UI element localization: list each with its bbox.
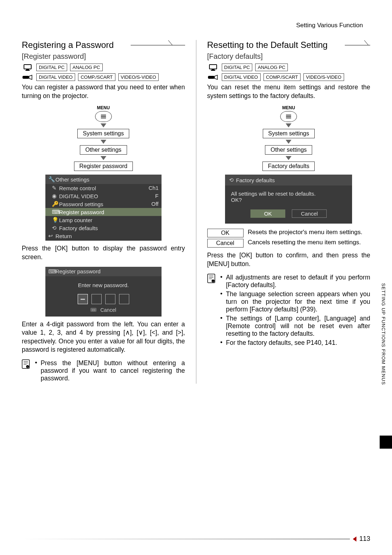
osd-other-settings: 🔧Other settings ✎Remote controlCh1 ◉DIGI…	[45, 175, 162, 241]
password-digit	[78, 294, 88, 304]
svg-rect-1	[26, 69, 29, 70]
arrow-down-icon	[286, 123, 291, 127]
option-cancel-key: Cancel	[207, 239, 244, 248]
osd-header-text: Other settings	[56, 176, 89, 183]
osd-cancel-label: Cancel	[100, 307, 116, 313]
tag-digital-pc: DIGITAL PC	[222, 64, 253, 71]
flow-system-settings: System settings	[263, 129, 315, 138]
tag-digital-video: DIGITAL VIDEO	[36, 73, 75, 81]
flow-other-settings: Other settings	[265, 145, 312, 155]
page-header: Setting Various Function	[22, 22, 370, 29]
svg-rect-13	[208, 76, 215, 79]
arrow-down-icon	[286, 156, 291, 160]
pencil-icon: ✎	[52, 185, 57, 191]
option-ok-desc: Resets the projector's menu item setting…	[248, 229, 363, 237]
side-section-label: SETTING UP FUNCTIONS FROM MENUS	[381, 283, 386, 385]
left-subtitle: [Register password]	[22, 52, 185, 61]
right-subtitle: [Factory defaults]	[207, 52, 371, 61]
footer-gradient	[22, 538, 350, 540]
osd-header-text: Register password	[56, 268, 101, 274]
right-note-item: For the factory defaults, see P140, 141.	[220, 339, 371, 347]
tag-digital-pc: DIGITAL PC	[36, 64, 67, 71]
lamp-icon: 💡	[52, 217, 57, 223]
osd-row-label: Lamp counter	[59, 217, 93, 223]
side-tab-marker	[380, 436, 392, 449]
left-note-text: Press the [MENU] button without entering…	[35, 359, 185, 382]
osd-cancel-button: Cancel	[292, 209, 327, 218]
svg-text:i: i	[27, 366, 28, 368]
svg-rect-11	[212, 69, 215, 70]
osd-row-label: Register password	[59, 209, 104, 215]
right-intro: You can reset the menu item settings and…	[207, 83, 371, 100]
plug-icon	[22, 74, 33, 80]
tag-video-svideo: VIDEO/S-VIDEO	[303, 73, 344, 81]
svg-rect-0	[24, 65, 31, 69]
reset-icon: ⟲	[229, 177, 234, 183]
left-after-osd2: Enter a 4-digit password from the left. …	[22, 320, 185, 355]
svg-rect-12	[211, 70, 215, 71]
password-digit	[119, 294, 129, 304]
tag-analog-pc: ANALOG PC	[70, 64, 103, 71]
signal-icon: ◉	[52, 193, 57, 199]
left-after-osd1: Press the [OK] button to display the pas…	[22, 244, 185, 261]
osd-msg-line: All settings will be reset to defaults.	[231, 191, 346, 197]
flow-register-password: Register password	[74, 162, 133, 171]
flow-other-settings: Other settings	[80, 145, 127, 155]
menu-button-icon	[95, 111, 112, 122]
svg-rect-10	[209, 65, 217, 69]
tag-comp-scart: COMP./SCART	[264, 73, 301, 81]
monitor-icon	[22, 64, 33, 71]
right-flow: MENU System settings Other settings Fact…	[207, 105, 371, 171]
osd-ok-button: OK	[250, 209, 285, 218]
flow-factory-defaults: Factory defaults	[262, 162, 315, 171]
right-note-item: The settings of [Lamp counter], [Languag…	[220, 315, 371, 338]
left-flow: MENU System settings Other settings Regi…	[22, 105, 185, 171]
osd-factory-defaults: ⟲Factory defaults All settings will be r…	[225, 175, 352, 224]
osd-row-label: Remote control	[59, 185, 96, 191]
tag-analog-pc: ANALOG PC	[255, 64, 288, 71]
right-after: Press the [OK] button to confirm, and th…	[207, 251, 371, 268]
note-icon: i	[22, 359, 31, 384]
menu-badge-icon: ▭	[90, 308, 97, 312]
osd-row-value: Ch1	[148, 185, 159, 191]
password-digit	[91, 294, 102, 304]
osd-row-value: Off	[151, 201, 159, 207]
svg-rect-3	[23, 76, 29, 79]
svg-rect-2	[25, 70, 30, 71]
arrow-down-icon	[101, 156, 106, 160]
arrow-down-icon	[101, 123, 106, 127]
left-intro: You can register a password that you nee…	[22, 83, 185, 100]
tag-digital-video: DIGITAL VIDEO	[222, 73, 261, 81]
password-digit	[105, 294, 115, 304]
tag-comp-scart: COMP./SCART	[78, 73, 115, 81]
menu-button-icon	[280, 111, 297, 122]
page-number: 113	[359, 535, 370, 543]
menu-label: MENU	[97, 105, 110, 110]
osd-row-label: Password settings	[59, 201, 103, 207]
keyboard-icon: ⌨	[48, 268, 53, 275]
arrow-down-icon	[101, 140, 106, 144]
svg-text:i: i	[213, 280, 213, 282]
menu-label: MENU	[282, 105, 295, 110]
flow-system-settings: System settings	[77, 129, 129, 138]
wrench-icon: 🔧	[48, 176, 53, 183]
right-note-item: The language selection screen appears wh…	[220, 290, 371, 313]
tag-video-svideo: VIDEO/S-VIDEO	[118, 73, 159, 81]
osd-register-password: ⌨Register password Enter new password. ▭…	[45, 267, 162, 317]
option-cancel-desc: Cancels resetting the menu item settings…	[248, 239, 361, 248]
osd-msg-line: OK?	[231, 197, 346, 203]
osd-return-label: Return	[56, 233, 72, 239]
key-icon: 🔑	[52, 201, 57, 207]
monitor-icon	[207, 64, 219, 71]
right-note-item: All adjustments are reset to default if …	[220, 274, 371, 289]
osd-enter-password-msg: Enter new password.	[48, 282, 159, 288]
osd-row-label: DIGITAL VIDEO	[59, 193, 98, 199]
osd-header-text: Factory defaults	[236, 177, 275, 183]
note-icon: i	[207, 274, 217, 348]
right-column: Resetting to the Default Setting [Factor…	[207, 40, 371, 384]
osd-row-label: Factory defaults	[59, 225, 98, 231]
return-icon: ↩	[48, 233, 53, 239]
reset-icon: ⟲	[52, 225, 57, 231]
left-column: Registering a Password [Register passwor…	[22, 40, 185, 384]
keyboard-icon: ⌨	[52, 209, 57, 215]
